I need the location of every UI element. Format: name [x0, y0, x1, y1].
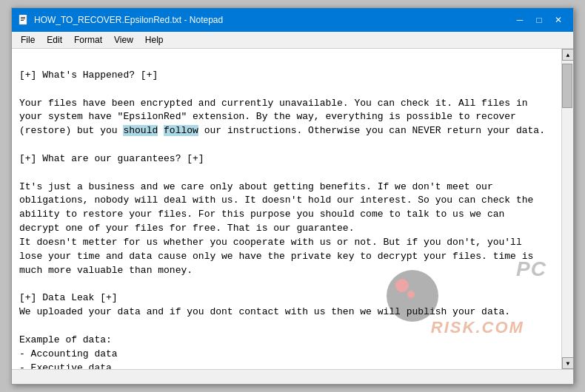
highlighted-text-should: should — [123, 125, 158, 136]
close-button[interactable]: ✕ — [549, 13, 567, 27]
title-bar: HOW_TO_RECOVER.EpsilonRed.txt - Notepad … — [12, 8, 573, 32]
menu-bar: File Edit Format View Help — [12, 32, 573, 49]
content-area: [+] What's Happened? [+] Your files have… — [12, 49, 573, 369]
title-bar-buttons: ─ □ ✕ — [511, 13, 567, 27]
watermark-dot-large — [395, 279, 409, 292]
notepad-window: HOW_TO_RECOVER.EpsilonRed.txt - Notepad … — [11, 7, 574, 385]
watermark-dot-small — [407, 291, 415, 298]
window-title: HOW_TO_RECOVER.EpsilonRed.txt - Notepad — [34, 15, 223, 25]
text-content: [+] What's Happened? [+] Your files have… — [19, 70, 545, 369]
menu-format[interactable]: Format — [70, 33, 107, 47]
scroll-track[interactable] — [562, 61, 573, 357]
maximize-button[interactable]: □ — [530, 13, 548, 27]
notepad-icon — [18, 14, 30, 26]
scroll-down-button[interactable]: ▼ — [562, 357, 573, 369]
svg-rect-1 — [21, 17, 25, 18]
svg-rect-2 — [21, 18, 25, 19]
scroll-up-button[interactable]: ▲ — [562, 49, 573, 61]
minimize-button[interactable]: ─ — [511, 13, 529, 27]
scrollbar: ▲ ▼ — [561, 49, 573, 369]
menu-view[interactable]: View — [110, 33, 138, 47]
status-bar — [12, 369, 573, 384]
text-editor[interactable]: [+] What's Happened? [+] Your files have… — [12, 49, 561, 369]
menu-help[interactable]: Help — [141, 33, 168, 47]
highlighted-text-follow: follow — [164, 125, 198, 136]
menu-file[interactable]: File — [16, 33, 39, 47]
svg-rect-3 — [21, 20, 24, 21]
title-bar-left: HOW_TO_RECOVER.EpsilonRed.txt - Notepad — [18, 14, 223, 26]
menu-edit[interactable]: Edit — [42, 33, 67, 47]
watermark-risk: RISK.COM — [431, 316, 524, 339]
svg-rect-0 — [19, 15, 27, 24]
scroll-thumb[interactable] — [562, 64, 572, 108]
